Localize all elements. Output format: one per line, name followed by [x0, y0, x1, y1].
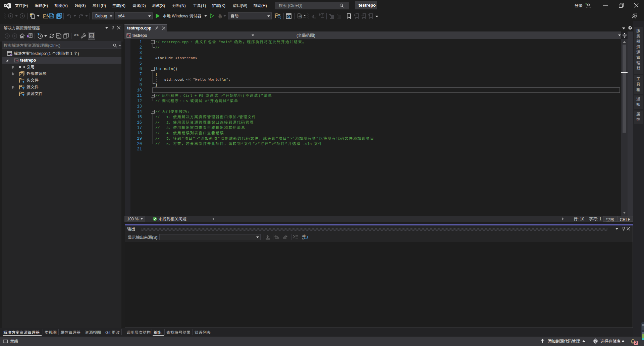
svg-text:c: c	[302, 237, 304, 240]
